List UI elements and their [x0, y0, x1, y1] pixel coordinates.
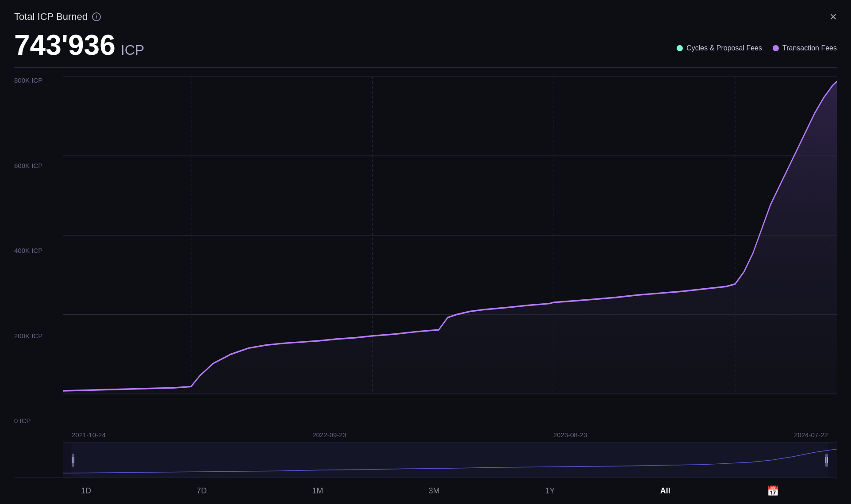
- main-value: 743'936: [14, 31, 116, 59]
- header-row: Total ICP Burned i ×: [14, 11, 837, 23]
- handle-line: [72, 457, 73, 463]
- time-btn-1m[interactable]: 1M: [303, 483, 332, 499]
- close-icon[interactable]: ×: [830, 11, 837, 23]
- calendar-icon[interactable]: 📅: [767, 485, 779, 497]
- handle-line: [73, 457, 74, 463]
- y-label-400k: 400K ICP: [14, 247, 63, 254]
- range-handle-right[interactable]: [825, 454, 828, 467]
- y-labels: 0 ICP 200K ICP 400K ICP 600K ICP 800K IC…: [14, 76, 63, 424]
- legend-dot-transaction: [773, 45, 779, 51]
- legend-dot-cycles: [677, 45, 683, 51]
- legend-label-cycles: Cycles & Proposal Fees: [686, 44, 762, 52]
- range-handle-left[interactable]: [72, 454, 74, 467]
- time-btn-1d[interactable]: 1D: [72, 483, 100, 499]
- range-selector: [63, 442, 837, 477]
- y-label-800k: 800K ICP: [14, 76, 63, 84]
- legend-item-transaction: Transaction Fees: [773, 44, 837, 52]
- svg-rect-10: [71, 443, 828, 477]
- page-title: Total ICP Burned: [14, 11, 88, 23]
- y-label-200k: 200K ICP: [14, 332, 63, 340]
- main-chart-svg: [63, 76, 837, 424]
- chart-area: 0 ICP 200K ICP 400K ICP 600K ICP 800K IC…: [14, 68, 837, 504]
- time-btn-1y[interactable]: 1Y: [536, 483, 564, 499]
- title-area: Total ICP Burned i: [14, 11, 101, 23]
- handle-line: [825, 457, 826, 463]
- time-buttons-row: 1D 7D 1M 3M 1Y All 📅: [14, 477, 837, 504]
- time-btn-all[interactable]: All: [651, 483, 679, 499]
- value-unit: ICP: [121, 42, 144, 58]
- time-btn-7d[interactable]: 7D: [188, 483, 216, 499]
- y-label-0: 0 ICP: [14, 417, 63, 424]
- x-label-3: 2024-07-22: [794, 431, 828, 439]
- time-btn-3m[interactable]: 3M: [420, 483, 448, 499]
- y-label-600k: 600K ICP: [14, 162, 63, 169]
- info-icon[interactable]: i: [92, 12, 101, 21]
- legend-label-transaction: Transaction Fees: [782, 44, 837, 52]
- chart-svg-wrapper: [63, 76, 837, 424]
- main-container: Total ICP Burned i × 743'936 ICP Cycles …: [0, 0, 851, 504]
- x-label-2: 2023-08-23: [553, 431, 587, 439]
- main-chart: 0 ICP 200K ICP 400K ICP 600K ICP 800K IC…: [14, 68, 837, 442]
- x-labels: 2021-10-24 2022-09-23 2023-08-23 2024-07…: [63, 431, 837, 439]
- handle-line: [827, 457, 828, 463]
- legend-item-cycles: Cycles & Proposal Fees: [677, 44, 762, 52]
- legend-area: Cycles & Proposal Fees Transaction Fees: [677, 44, 837, 52]
- x-label-1: 2022-09-23: [312, 431, 347, 439]
- x-label-0: 2021-10-24: [72, 431, 106, 439]
- range-chart-svg: [63, 443, 837, 477]
